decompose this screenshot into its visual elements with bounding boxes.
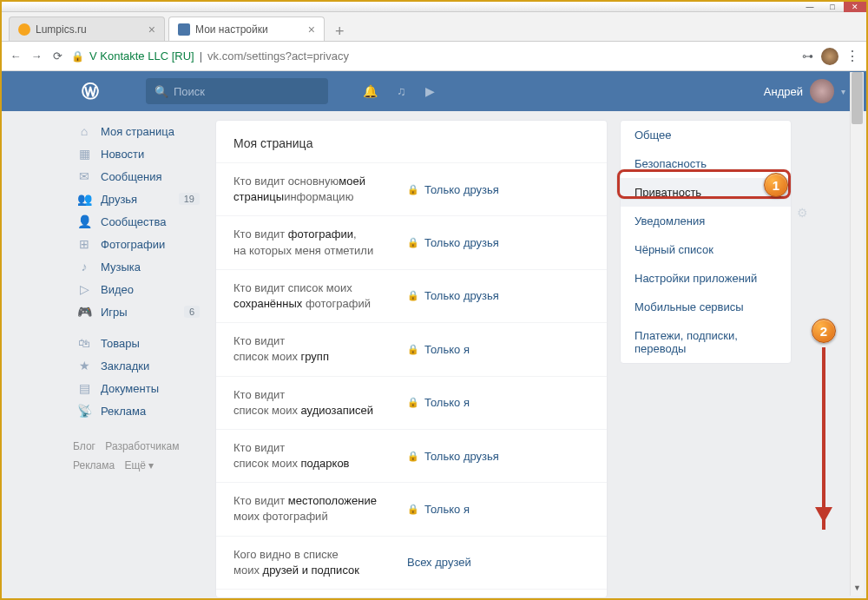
nav-icon: ▷ — [76, 282, 92, 296]
row-value-text: Только друзья — [424, 450, 499, 463]
nav-label: Фотографии — [101, 238, 165, 251]
row-value[interactable]: 🔒Только друзья — [407, 289, 499, 302]
gear-icon[interactable]: ⚙ — [797, 206, 808, 220]
window-close[interactable]: ✕ — [844, 2, 866, 12]
tab-close-icon[interactable]: × — [308, 23, 315, 36]
nav-icon: ⌂ — [76, 124, 92, 138]
nav-back-icon[interactable]: ← — [9, 49, 23, 63]
lock-icon: 🔒 — [71, 50, 84, 63]
music-icon[interactable]: ♫ — [397, 84, 406, 98]
nav-badge: 19 — [179, 193, 200, 205]
row-value[interactable]: 🔒Только друзья — [407, 183, 499, 196]
lock-icon: 🔒 — [407, 504, 419, 515]
settings-tab-6[interactable]: Мобильные сервисы — [621, 293, 791, 321]
footer-more[interactable]: Ещё ▾ — [124, 459, 154, 471]
nav-forward-icon[interactable]: → — [30, 49, 43, 63]
privacy-row-2: Кто видит список моихсохранённых фотогра… — [216, 269, 607, 322]
sidebar-item-1[interactable]: ▦Новости — [73, 142, 203, 165]
row-value-text: Только я — [424, 343, 470, 356]
tab-vk-settings[interactable]: Мои настройки × — [168, 16, 325, 41]
row-value[interactable]: 🔒Только друзья — [407, 450, 499, 463]
row-value[interactable]: 🔒Только я — [407, 396, 470, 409]
sidebar-item-2[interactable]: ✉Сообщения — [73, 165, 203, 188]
sidebar-item-6[interactable]: ♪Музыка — [73, 255, 203, 278]
sidebar-item-7[interactable]: ▷Видео — [73, 278, 203, 300]
bell-icon[interactable]: 🔔 — [363, 84, 378, 98]
settings-tab-5[interactable]: Настройки приложений — [621, 264, 791, 293]
scroll-down-icon[interactable]: ▼ — [851, 584, 864, 596]
sidebar-item2-2[interactable]: ▤Документы — [73, 377, 203, 399]
avatar — [810, 79, 834, 103]
search-input[interactable]: 🔍 Поиск — [146, 78, 328, 104]
nav-label: Музыка — [101, 260, 141, 274]
favicon-vk — [178, 23, 190, 36]
vertical-scrollbar[interactable]: ▲ ▼ — [850, 72, 864, 596]
footer-dev[interactable]: Разработчикам — [105, 440, 179, 452]
row-value[interactable]: Всех друзей — [407, 556, 471, 569]
nav-icon: ✉ — [76, 169, 92, 183]
nav-icon: ⊞ — [76, 237, 92, 251]
tab-title: Мои настройки — [195, 23, 268, 36]
tab-lumpics[interactable]: Lumpics.ru × — [9, 16, 165, 41]
nav-label: Реклама — [101, 405, 146, 418]
nav-icon: ▦ — [76, 147, 92, 161]
row-label: Кто видит фотографии,на которых меня отм… — [233, 227, 407, 258]
address-bar[interactable]: 🔒 V Kontakte LLC [RU] | vk.com/settings?… — [71, 49, 793, 63]
sidebar-item2-3[interactable]: 📡Реклама — [73, 399, 203, 422]
profile-avatar[interactable] — [821, 48, 838, 65]
row-label: Кто видит местоположениемоих фотографий — [233, 493, 407, 524]
sidebar-item2-0[interactable]: 🛍Товары — [73, 332, 203, 354]
cert-org: V Kontakte LLC [RU] — [89, 49, 194, 63]
browser-menu-icon[interactable]: ⋮ — [845, 48, 859, 64]
vk-logo[interactable]: Ⓦ — [82, 80, 125, 103]
row-label: Кого видно в спискемоих друзей и подписо… — [233, 547, 407, 578]
settings-tabs: ОбщееБезопасностьПриватностьУведомленияЧ… — [620, 120, 792, 364]
nav-icon: 👤 — [76, 214, 92, 228]
scroll-thumb[interactable] — [852, 72, 863, 124]
page-body: ⌂Моя страница▦Новости✉Сообщения👥Друзья19… — [2, 111, 866, 598]
chevron-down-icon: ▾ — [841, 87, 845, 96]
window-minimize[interactable]: — — [799, 2, 821, 12]
lock-icon: 🔒 — [407, 237, 419, 248]
new-tab-button[interactable]: + — [328, 23, 352, 41]
nav-icon: ▤ — [76, 381, 92, 395]
nav-icon: 📡 — [76, 404, 92, 418]
settings-tab-7[interactable]: Платежи, подписки, переводы — [621, 321, 791, 363]
footer-ads[interactable]: Реклама — [73, 459, 115, 471]
page-title: Моя страница — [216, 121, 607, 162]
nav-label: Закладки — [101, 359, 149, 373]
nav-icon: ★ — [76, 359, 92, 373]
nav-icon: 👥 — [76, 192, 92, 206]
row-value[interactable]: 🔒Только я — [407, 343, 470, 356]
row-value[interactable]: 🔒Только друзья — [407, 236, 499, 249]
nav-label: Документы — [101, 382, 159, 395]
annotation-marker-2: 2 — [812, 319, 836, 343]
window-maximize[interactable]: □ — [821, 2, 844, 12]
sidebar-item-3[interactable]: 👥Друзья19 — [73, 188, 203, 210]
play-icon[interactable]: ▶ — [425, 84, 435, 98]
left-nav: ⌂Моя страница▦Новости✉Сообщения👥Друзья19… — [73, 120, 203, 598]
privacy-row-6: Кто видит местоположениемоих фотографий🔒… — [216, 482, 607, 535]
tab-close-icon[interactable]: × — [148, 23, 155, 36]
sidebar-item-8[interactable]: 🎮Игры6 — [73, 300, 203, 323]
key-icon[interactable]: ⊶ — [800, 49, 814, 63]
sidebar-item-4[interactable]: 👤Сообщества — [73, 210, 203, 233]
settings-tab-3[interactable]: Уведомления — [621, 207, 791, 235]
settings-tab-4[interactable]: Чёрный список — [621, 235, 791, 264]
sidebar-item2-1[interactable]: ★Закладки — [73, 354, 203, 377]
nav-icon: 🛍 — [76, 336, 92, 350]
nav-reload-icon[interactable]: ⟳ — [50, 49, 64, 63]
sidebar-item-0[interactable]: ⌂Моя страница — [73, 120, 203, 142]
privacy-row-7: Кого видно в спискемоих друзей и подписо… — [216, 536, 607, 589]
settings-tab-0[interactable]: Общее — [621, 121, 791, 149]
lock-icon: 🔒 — [407, 451, 419, 462]
privacy-row-0: Кто видит основнуюмоей страницыинформаци… — [216, 162, 607, 215]
row-value[interactable]: 🔒Только я — [407, 503, 470, 516]
privacy-row-8: Кто видитмоих скрытых друзей🔒Только я — [216, 589, 607, 600]
header-icons: 🔔 ♫ ▶ — [363, 84, 435, 98]
browser-tabbar: Lumpics.ru × Мои настройки × + — [2, 12, 866, 42]
settings-tab-1[interactable]: Безопасность — [621, 149, 791, 178]
user-menu[interactable]: Андрей ▾ — [764, 79, 845, 103]
sidebar-item-5[interactable]: ⊞Фотографии — [73, 233, 203, 255]
footer-blog[interactable]: Блог — [73, 440, 95, 452]
